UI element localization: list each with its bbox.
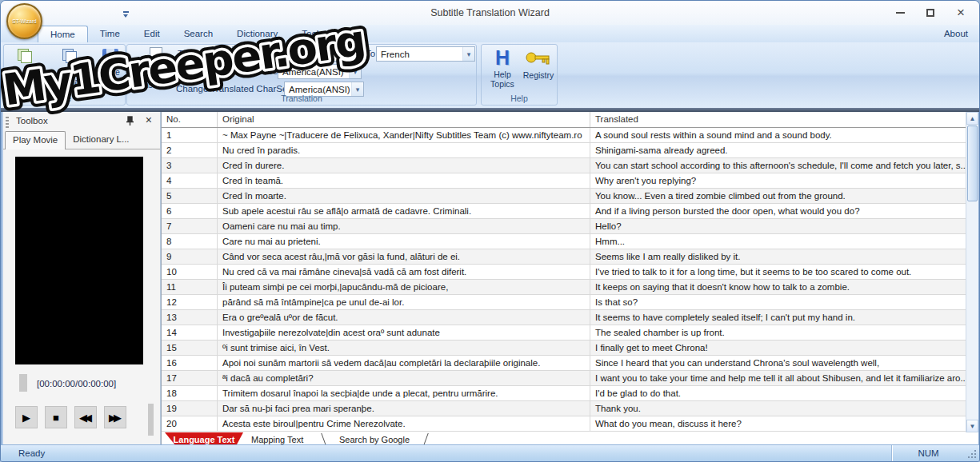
- charset-original-dropdown-icon[interactable]: ▾: [349, 65, 361, 78]
- cell-translated[interactable]: I want you to take your time and help me…: [590, 371, 966, 385]
- quick-access-dropdown[interactable]: [122, 11, 130, 18]
- cell-original[interactable]: Nu cred că va mai rămâne cineva|să vadă …: [218, 265, 590, 279]
- cell-original[interactable]: ºi sunt trimise aici, în Vest.: [218, 341, 590, 355]
- tab-search[interactable]: Search: [172, 25, 225, 42]
- cell-translated[interactable]: I've tried to talk to it for a long time…: [590, 265, 966, 279]
- toolbox-scrollbar-thumb[interactable]: [148, 404, 154, 436]
- cell-original[interactable]: Era o greºeală uºor de făcut.: [218, 310, 590, 325]
- cell-original[interactable]: Când vor seca acest râu,|mă vor găsi la …: [218, 249, 590, 264]
- tab-home[interactable]: Home: [38, 26, 88, 42]
- table-row[interactable]: 7 Oameni care nu mai au timp. Hello?: [162, 219, 966, 234]
- table-row[interactable]: 15 ºi sunt trimise aici, în Vest. I fina…: [162, 341, 966, 356]
- table-row[interactable]: 3 Cred în durere. You can start school a…: [162, 158, 966, 173]
- cell-translated[interactable]: Hello?: [590, 219, 966, 233]
- table-row[interactable]: 16 Apoi noi sunăm martorii să vedem dacă…: [162, 356, 966, 371]
- cell-no[interactable]: 4: [162, 173, 218, 188]
- cell-translated[interactable]: Hmm...: [590, 234, 966, 249]
- cell-no[interactable]: 5: [162, 189, 218, 203]
- table-row[interactable]: 12 părând să mă întâmpine|ca pe unul de-…: [162, 295, 966, 310]
- application-orb-button[interactable]: ST-Wizard: [6, 3, 42, 39]
- cell-translated[interactable]: Since I heard that you can understand Ch…: [590, 356, 966, 370]
- save-button[interactable]: Save ▾: [95, 46, 126, 93]
- cell-translated[interactable]: What do you mean, discuss it here?: [590, 416, 966, 431]
- cell-original[interactable]: Nu cred în paradis.: [218, 143, 590, 157]
- cell-original[interactable]: Trimitem dosarul înapoi la secþia|de und…: [218, 386, 590, 400]
- cell-no[interactable]: 8: [162, 234, 218, 249]
- table-scrollbar[interactable]: ▲ ▼: [966, 112, 978, 432]
- cell-no[interactable]: 17: [162, 371, 218, 385]
- cell-translated[interactable]: Thank you.: [590, 401, 966, 416]
- table-row[interactable]: 2 Nu cred în paradis. Shinigami-sama alr…: [162, 143, 966, 158]
- video-preview-area[interactable]: [15, 157, 143, 364]
- cell-no[interactable]: 11: [162, 280, 218, 294]
- cell-no[interactable]: 1: [162, 128, 218, 142]
- translate-from-select[interactable]: English ▾: [232, 46, 360, 62]
- cell-no[interactable]: 18: [162, 386, 218, 400]
- table-row[interactable]: 18 Trimitem dosarul înapoi la secþia|de …: [162, 386, 966, 401]
- tab-dictionary[interactable]: Dictionary: [225, 25, 290, 42]
- cell-original[interactable]: Sub apele acestui râu se află|o armată d…: [218, 204, 590, 218]
- cell-translated[interactable]: And if a living person bursted the door …: [590, 204, 966, 218]
- cell-translated[interactable]: Seems like I am really disliked by it.: [590, 249, 966, 264]
- column-header-translated[interactable]: Translated: [590, 112, 966, 127]
- cell-translated[interactable]: You know... Even a tired zombie climbed …: [590, 189, 966, 203]
- cell-original[interactable]: ~ Max Payne ~|Traducere de Felixuca, Xan…: [218, 128, 590, 142]
- registry-button[interactable]: Registry: [520, 46, 557, 93]
- column-header-original[interactable]: Original: [218, 112, 590, 127]
- cell-translated[interactable]: It seems to have completely sealed itsel…: [590, 310, 966, 325]
- cell-original[interactable]: Investigaþiile nerezolvate|din acest ora…: [218, 325, 590, 340]
- about-link[interactable]: About: [944, 29, 968, 38]
- tab-dictionary-list[interactable]: Dictionary L...: [66, 131, 136, 149]
- close-button[interactable]: ×: [949, 5, 973, 21]
- cell-translated[interactable]: It keeps on saying that it doesn't know …: [590, 280, 966, 294]
- cell-original[interactable]: Dar să nu-þi faci prea mari speranþe.: [218, 401, 590, 416]
- cell-original[interactable]: Apoi noi sunăm martorii să vedem dacă|au…: [218, 356, 590, 370]
- cell-no[interactable]: 15: [162, 341, 218, 355]
- help-topics-button[interactable]: H Help Topics: [486, 46, 518, 93]
- cell-no[interactable]: 14: [162, 325, 218, 340]
- translate-to-select[interactable]: French ▾: [376, 46, 475, 62]
- tab-time[interactable]: Time: [88, 25, 132, 42]
- toolbox-grip[interactable]: [6, 117, 9, 128]
- cell-original[interactable]: ªi dacă au completări?: [218, 371, 590, 385]
- cell-original[interactable]: Îi puteam simþi pe cei morþi,|apucându-m…: [218, 280, 590, 294]
- cell-original[interactable]: Oameni care nu mai au timp.: [218, 219, 590, 233]
- cell-no[interactable]: 2: [162, 143, 218, 157]
- table-row[interactable]: 5 Cred în moarte. You know... Even a tir…: [162, 189, 966, 204]
- table-row[interactable]: 9 Când vor seca acest râu,|mă vor găsi l…: [162, 249, 966, 265]
- cell-no[interactable]: 7: [162, 219, 218, 233]
- cell-translated[interactable]: I finally get to meet Chrona!: [590, 341, 966, 355]
- fast-forward-button[interactable]: ▶▶: [104, 406, 126, 428]
- cell-translated[interactable]: A sound soul rests within a sound mind a…: [590, 128, 966, 142]
- minimize-button[interactable]: [888, 5, 912, 21]
- cell-no[interactable]: 20: [162, 416, 218, 431]
- resize-grip[interactable]: [974, 456, 976, 458]
- cell-no[interactable]: 3: [162, 158, 218, 173]
- cell-translated[interactable]: You can start school according to this a…: [590, 158, 966, 173]
- table-row[interactable]: 4 Cred în teamă. Why aren't you replying…: [162, 173, 966, 189]
- table-row[interactable]: 20 Acesta este biroul|pentru Crime Nerez…: [162, 416, 966, 432]
- load-original-button[interactable]: Load Original: [6, 46, 47, 93]
- column-header-no[interactable]: No.: [162, 112, 218, 127]
- cell-original[interactable]: Acesta este biroul|pentru Crime Nerezolv…: [218, 416, 590, 431]
- cell-original[interactable]: Cred în durere.: [218, 158, 590, 173]
- table-row[interactable]: 19 Dar să nu-þi faci prea mari speranþe.…: [162, 401, 966, 416]
- cell-no[interactable]: 9: [162, 249, 218, 264]
- table-row[interactable]: 10 Nu cred că va mai rămâne cineva|să va…: [162, 265, 966, 280]
- table-row[interactable]: 1 ~ Max Payne ~|Traducere de Felixuca, X…: [162, 128, 966, 143]
- volume-slider[interactable]: [19, 374, 27, 392]
- tab-edit[interactable]: Edit: [132, 25, 172, 42]
- scroll-down-button[interactable]: ▼: [966, 420, 978, 432]
- table-row[interactable]: 14 Investigaþiile nerezolvate|din acest …: [162, 325, 966, 341]
- cell-no[interactable]: 19: [162, 401, 218, 416]
- cell-translated[interactable]: The sealed chamber is up front.: [590, 325, 966, 340]
- stop-button[interactable]: ■: [45, 406, 67, 428]
- table-row[interactable]: 6 Sub apele acestui râu se află|o armată…: [162, 204, 966, 219]
- maximize-button[interactable]: [918, 5, 942, 21]
- cell-translated[interactable]: Is that so?: [590, 295, 966, 309]
- play-button[interactable]: ▶: [15, 406, 38, 428]
- cell-no[interactable]: 12: [162, 295, 218, 309]
- cell-translated[interactable]: Why aren't you replying?: [590, 173, 966, 188]
- tab-play-movie[interactable]: Play Movie: [5, 131, 66, 149]
- cell-translated[interactable]: I'd be glad to do that.: [590, 386, 966, 400]
